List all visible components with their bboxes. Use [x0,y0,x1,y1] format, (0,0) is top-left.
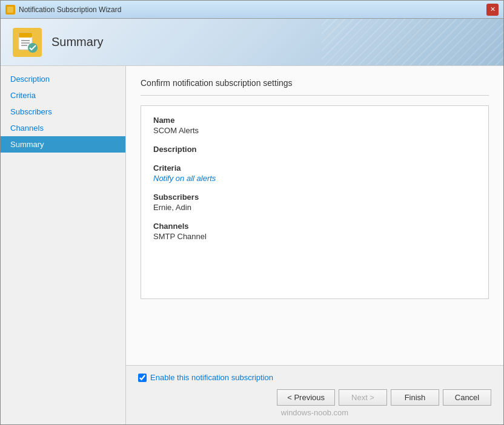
sidebar-item-description[interactable]: Description [1,71,125,87]
divider [141,95,489,96]
header-banner: Summary [1,19,503,66]
summary-value-subscribers: Ernie, Adin [153,203,476,212]
svg-rect-2 [19,33,32,38]
titlebar-left: Notification Subscription Wizard [5,5,121,15]
summary-field-description: Description [153,145,476,154]
panel-content: Confirm notification subscription settin… [126,66,503,365]
sidebar-item-subscribers[interactable]: Subscribers [1,104,125,120]
summary-label-name: Name [153,116,476,125]
sidebar-item-channels[interactable]: Channels [1,120,125,136]
right-panel: Confirm notification subscription settin… [126,66,503,424]
summary-label-channels: Channels [153,222,476,231]
sidebar-item-criteria[interactable]: Criteria [1,87,125,104]
close-button[interactable]: ✕ [486,4,499,16]
button-row: < Previous Next > Finish Cancel [138,389,491,406]
next-button[interactable]: Next > [339,389,387,406]
wizard-icon [13,28,42,57]
watermark: windows-noob.com [138,408,491,417]
summary-box: NameSCOM AlertsDescriptionCriteriaNotify… [141,105,489,299]
summary-value-name: SCOM Alerts [153,126,476,135]
summary-value-criteria: Notify on all alerts [153,174,476,183]
panel-heading: Confirm notification subscription settin… [141,78,489,88]
summary-label-criteria: Criteria [153,163,476,173]
enable-checkbox-label[interactable]: Enable this notification subscription [150,373,273,382]
summary-field-name: NameSCOM Alerts [153,116,476,135]
summary-field-channels: ChannelsSMTP Channel [153,222,476,241]
svg-rect-0 [7,7,13,13]
footer: Enable this notification subscription < … [126,365,503,424]
summary-label-description: Description [153,145,476,154]
header-title: Summary [51,35,104,49]
titlebar: Notification Subscription Wizard ✕ [1,1,503,19]
main-content: DescriptionCriteriaSubscribersChannelsSu… [1,66,503,424]
window-title: Notification Subscription Wizard [19,5,121,14]
previous-button[interactable]: < Previous [277,389,335,406]
sidebar-item-summary[interactable]: Summary [1,136,125,153]
cancel-button[interactable]: Cancel [443,389,491,406]
enable-subscription-row: Enable this notification subscription [138,373,491,382]
finish-button[interactable]: Finish [391,389,439,406]
enable-checkbox[interactable] [138,374,147,382]
window: Notification Subscription Wizard ✕ Summa… [0,0,504,425]
sidebar: DescriptionCriteriaSubscribersChannelsSu… [1,66,126,424]
summary-value-channels: SMTP Channel [153,232,476,241]
summary-field-criteria: CriteriaNotify on all alerts [153,163,476,183]
app-icon [5,5,15,15]
summary-label-subscribers: Subscribers [153,193,476,202]
summary-field-subscribers: SubscribersErnie, Adin [153,193,476,212]
